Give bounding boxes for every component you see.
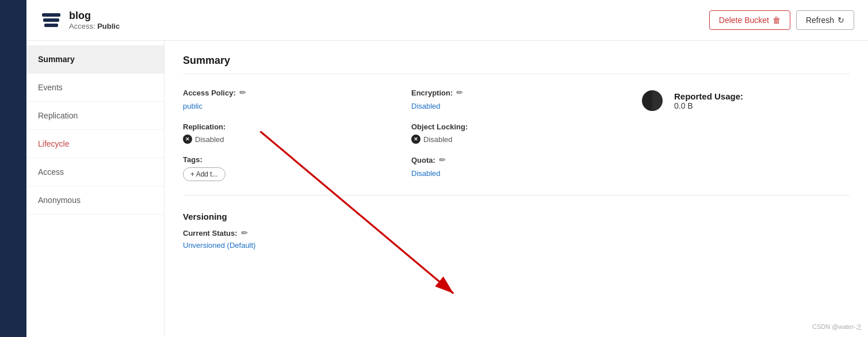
main-content: blog Access: Public Delete Bucket 🗑 Refr… <box>26 0 868 337</box>
bucket-access: Access: Public <box>69 22 709 30</box>
add-tag-button[interactable]: + Add t... <box>183 167 225 181</box>
bucket-icon <box>40 9 62 31</box>
access-value: Public <box>97 22 120 30</box>
sidebar-item-anonymous[interactable]: Anonymous <box>26 186 164 215</box>
replication-label: Replication: <box>183 122 393 131</box>
tags-label: Tags: <box>183 155 393 164</box>
nav-sidebar: Summary Events Replication Lifecycle Acc… <box>26 41 165 337</box>
sidebar-item-lifecycle[interactable]: Lifecycle <box>26 130 164 158</box>
header: blog Access: Public Delete Bucket 🗑 Refr… <box>26 0 868 41</box>
replication-status-row: ✕ Disabled <box>183 135 393 144</box>
bucket-icon-bar-1 <box>42 13 60 17</box>
object-locking-status: Disabled <box>423 135 453 144</box>
encryption-edit-icon[interactable]: ✏ <box>456 88 463 97</box>
quota-section: Quota: ✏ Disabled <box>411 155 621 178</box>
info-column-1: Access Policy: ✏ public Replication: ✕ D… <box>183 88 393 181</box>
access-policy-edit-icon[interactable]: ✏ <box>239 88 246 97</box>
tags-section: Tags: + Add t... <box>183 155 393 181</box>
current-status-label: Current Status: ✏ <box>183 228 850 238</box>
replication-section: Replication: ✕ Disabled <box>183 122 393 144</box>
header-actions: Delete Bucket 🗑 Refresh ↻ <box>709 10 854 30</box>
versioning-title: Versioning <box>183 212 850 221</box>
quota-value[interactable]: Disabled <box>411 169 441 178</box>
object-locking-section: Object Locking: ✕ Disabled <box>411 122 621 144</box>
access-label: Access: <box>69 22 95 30</box>
refresh-button[interactable]: Refresh ↻ <box>796 10 854 30</box>
access-policy-section: Access Policy: ✏ public <box>183 88 393 111</box>
app-sidebar <box>0 0 26 337</box>
replication-status: Disabled <box>195 135 224 144</box>
sidebar-item-events[interactable]: Events <box>26 74 164 102</box>
access-policy-label: Access Policy: ✏ <box>183 88 393 97</box>
usage-value: 0.0 B <box>674 101 743 110</box>
usage-title: Reported Usage: <box>674 91 743 101</box>
reported-usage-section: Reported Usage: 0.0 B <box>640 88 850 113</box>
info-column-2: Encryption: ✏ Disabled Object Locking: ✕… <box>411 88 621 181</box>
object-locking-status-row: ✕ Disabled <box>411 135 621 144</box>
encryption-label: Encryption: ✏ <box>411 88 621 97</box>
info-grid: Access Policy: ✏ public Replication: ✕ D… <box>183 88 850 196</box>
body-container: Summary Events Replication Lifecycle Acc… <box>26 41 868 337</box>
encryption-value[interactable]: Disabled <box>411 102 441 110</box>
object-locking-disabled-icon: ✕ <box>411 135 420 144</box>
info-column-3: Reported Usage: 0.0 B <box>640 88 850 181</box>
encryption-section: Encryption: ✏ Disabled <box>411 88 621 111</box>
delete-bucket-button[interactable]: Delete Bucket 🗑 <box>709 10 790 30</box>
quota-label: Quota: ✏ <box>411 155 621 164</box>
usage-pie-chart <box>640 88 665 113</box>
quota-edit-icon[interactable]: ✏ <box>439 155 446 164</box>
replication-disabled-icon: ✕ <box>183 135 192 144</box>
bucket-info: blog Access: Public <box>69 10 709 30</box>
access-policy-value[interactable]: public <box>183 102 202 110</box>
csdn-watermark: CSDN @water-之 <box>812 323 862 331</box>
bucket-icon-bar-3 <box>44 24 58 27</box>
versioning-edit-icon[interactable]: ✏ <box>241 228 248 238</box>
bucket-icon-bar-2 <box>43 18 59 22</box>
refresh-icon: ↻ <box>838 16 844 25</box>
current-status-value[interactable]: Unversioned (Default) <box>183 241 255 250</box>
object-locking-label: Object Locking: <box>411 122 621 131</box>
reported-usage-info: Reported Usage: 0.0 B <box>674 91 743 110</box>
versioning-section: Versioning Current Status: ✏ Unversioned… <box>183 212 850 250</box>
trash-icon: 🗑 <box>773 16 781 25</box>
sidebar-item-summary[interactable]: Summary <box>26 45 164 74</box>
main-panel: Summary Access Policy: ✏ public <box>165 41 868 337</box>
bucket-name: blog <box>69 10 709 22</box>
delete-bucket-label: Delete Bucket <box>719 16 769 25</box>
panel-title: Summary <box>183 55 850 74</box>
refresh-label: Refresh <box>806 16 834 25</box>
sidebar-item-access[interactable]: Access <box>26 158 164 186</box>
sidebar-item-replication[interactable]: Replication <box>26 102 164 130</box>
